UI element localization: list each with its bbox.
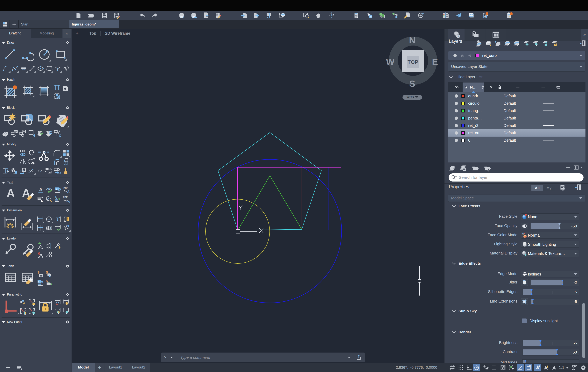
share-button[interactable] <box>455 12 462 19</box>
block-replace-icon[interactable] <box>54 130 61 137</box>
table-match-icon[interactable] <box>21 271 33 284</box>
object-snap-toggle[interactable] <box>483 364 489 371</box>
layer-match-icon[interactable] <box>485 40 492 46</box>
layer-name[interactable]: ret_ou… <box>468 131 499 135</box>
selection-cycling-toggle[interactable] <box>508 364 515 371</box>
layer-lock-icon[interactable] <box>542 40 548 46</box>
data-link-icon[interactable]: S <box>37 271 44 278</box>
render-button[interactable] <box>468 12 475 19</box>
section-collapse-arrow-icon[interactable] <box>2 144 5 146</box>
column-linetype-column-icon[interactable] <box>541 85 546 89</box>
section-collapse-arrow-icon[interactable] <box>2 79 5 81</box>
text-single-icon[interactable]: A <box>38 187 44 194</box>
gradient-icon[interactable] <box>38 85 51 97</box>
section-collapse-arrow-icon[interactable] <box>2 238 5 240</box>
command-history-caret-icon[interactable] <box>170 357 173 358</box>
slider-handle[interactable] <box>530 289 533 295</box>
drawing-compare-button[interactable] <box>442 12 449 19</box>
sidebar-collapse-button[interactable]: « <box>63 29 71 38</box>
grid-display-toggle[interactable] <box>449 364 456 371</box>
group-filter-icon[interactable] <box>484 165 491 172</box>
slider-handle[interactable] <box>562 280 564 285</box>
batch-print-button[interactable] <box>190 12 197 19</box>
superhatch-icon[interactable] <box>62 85 69 92</box>
dynamic-input-toggle[interactable] <box>517 364 524 371</box>
layer-unlock-icon[interactable] <box>551 40 558 46</box>
table-export-icon[interactable]: A <box>37 279 44 287</box>
add-palette-icon[interactable] <box>5 364 11 371</box>
dim-bulb-cyan-icon[interactable] <box>63 308 69 314</box>
pan-button[interactable] <box>315 12 322 19</box>
viewcube[interactable]: TOPNSEW <box>382 30 444 92</box>
section-gear-icon[interactable] <box>65 106 70 110</box>
panel-scrollbar[interactable] <box>582 303 585 358</box>
layer-name[interactable]: 0 <box>468 138 499 143</box>
column-freeze-column-icon[interactable] <box>489 85 494 89</box>
ucs-icon[interactable] <box>235 205 269 236</box>
layer-on-dot[interactable] <box>455 117 458 120</box>
section-collapse-arrow-icon[interactable] <box>2 107 5 109</box>
property-dropdown[interactable]: None <box>521 213 579 220</box>
collapse-minus-icon[interactable] <box>565 165 571 170</box>
layer-name[interactable]: quadr… <box>468 94 499 98</box>
slider-handle[interactable] <box>532 299 534 304</box>
section-collapse-arrow-icon[interactable] <box>2 210 5 212</box>
pdf-settings-icon[interactable]: PDFA <box>63 196 70 203</box>
spell-check-icon[interactable]: ABC <box>46 187 53 194</box>
palette-list-icon[interactable] <box>16 364 22 371</box>
panel-dock-icon[interactable] <box>579 40 586 46</box>
section-gear-icon[interactable] <box>65 236 70 241</box>
column-plot-column-icon[interactable] <box>556 85 560 89</box>
customize-properties-icon[interactable] <box>560 184 567 191</box>
layer-off-icon[interactable] <box>532 40 539 46</box>
measure-button[interactable] <box>404 12 411 19</box>
draw-arc-icon[interactable] <box>21 48 34 61</box>
text-style-icon[interactable]: A <box>55 187 62 194</box>
section-sun-sky[interactable]: Sun & Sky <box>452 309 477 313</box>
slider-handle[interactable] <box>558 223 561 229</box>
tolerance-icon[interactable]: .1 <box>45 224 52 232</box>
show-constraints-icon[interactable] <box>28 299 35 306</box>
tab-start[interactable]: Start <box>19 20 69 28</box>
layer-name[interactable]: triang… <box>468 108 499 113</box>
layer-linetype-sample[interactable] <box>543 96 554 96</box>
layer-linetype-sample[interactable] <box>543 103 554 104</box>
quick-select-button[interactable] <box>366 12 372 19</box>
layer-lineweight[interactable]: Default <box>504 108 527 113</box>
viewcube-compass[interactable]: TOPNSEW <box>382 30 444 92</box>
polar-tracking-toggle[interactable] <box>473 364 480 371</box>
action-macros-button[interactable] <box>506 12 513 19</box>
attribute-sync-icon[interactable] <box>37 130 44 137</box>
layer-color-swatch[interactable] <box>462 109 465 112</box>
dim-bulb-half-icon[interactable] <box>54 308 61 314</box>
zoom-window-button[interactable] <box>303 12 309 19</box>
layer-row[interactable]: 0Default <box>448 137 586 144</box>
section-edge-effects[interactable]: Edge Effects <box>452 261 481 266</box>
layer-linetype-sample[interactable] <box>543 140 554 140</box>
draw-line-icon[interactable] <box>3 48 16 61</box>
pdf-import-icon[interactable]: PDFA <box>63 187 70 194</box>
layer-lineweight[interactable]: Default <box>504 123 527 128</box>
layer-lineweight[interactable]: Default <box>504 116 527 120</box>
filter-all-button[interactable]: All <box>531 185 543 191</box>
dim-constraint-icon[interactable] <box>38 299 53 314</box>
property-slider[interactable]: -6 <box>530 298 579 305</box>
layer-linetype-sample[interactable] <box>543 118 554 118</box>
command-input[interactable]: Type a command <box>180 355 348 360</box>
count-button[interactable] <box>418 12 424 19</box>
text-find-icon[interactable]: A <box>45 196 52 203</box>
large-circle-shape[interactable] <box>198 159 342 303</box>
data-sync-icon[interactable]: S <box>45 279 52 287</box>
export-button[interactable] <box>253 12 260 19</box>
mleader-align-icon[interactable] <box>45 242 53 250</box>
section-render[interactable]: Render <box>452 330 471 334</box>
modify-extrude-icon[interactable] <box>62 158 70 166</box>
hatch-boundary-icon[interactable] <box>54 84 60 91</box>
annotation-autoscale-toggle[interactable] <box>543 364 550 371</box>
new-drawing-tab-button[interactable] <box>10 20 18 28</box>
draw-circle-icon[interactable] <box>38 48 51 61</box>
layer-color-swatch[interactable] <box>462 131 465 135</box>
drawing-canvas[interactable]: +Top2D WireframeTOPNSEWWCS>_Type a comma… <box>72 29 444 363</box>
block-create-icon[interactable] <box>3 112 16 126</box>
modify-erase-icon[interactable] <box>62 167 69 175</box>
